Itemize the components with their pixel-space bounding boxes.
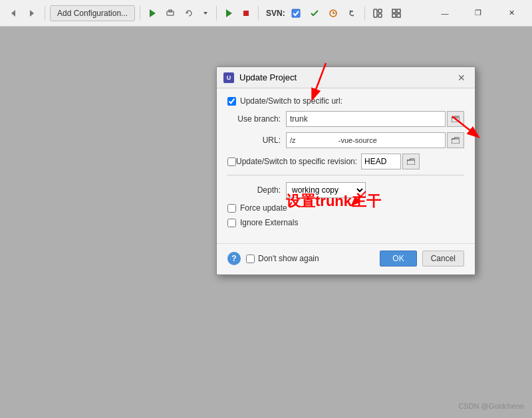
separator-1 [45,6,45,21]
svg-rect-18 [397,14,400,17]
revision-browse-button[interactable] [402,154,420,169]
separator-4 [258,6,259,21]
ignore-externals-checkbox[interactable] [227,219,236,227]
svn-checkmark-button[interactable] [307,6,323,21]
dont-show-checkbox[interactable] [246,255,255,263]
ignore-externals-label: Ignore Externals [240,218,298,227]
dialog-icon: U [223,72,234,83]
run-button[interactable] [145,6,160,21]
specific-url-row: Update/Switch to specific url: [227,96,464,106]
use-branch-label: Use branch: [227,114,281,124]
svg-rect-14 [378,14,382,17]
svg-rect-16 [397,9,400,13]
ignore-externals-row: Ignore Externals [227,218,464,227]
url-input[interactable] [286,132,446,148]
svg-rect-20 [452,139,460,144]
svg-rect-21 [407,160,415,165]
dont-show-area: Don't show again [246,254,380,263]
depth-row: Depth: working copy [227,182,464,198]
specific-revision-label: Update/Switch to specific revision: [236,157,357,166]
dialog-titlebar: U Update Project ✕ [217,67,475,88]
svg-rect-8 [243,11,249,16]
add-config-label: Add Configuration... [57,9,128,18]
branch-browse-button[interactable] [447,111,464,127]
dialog-footer: ? Don't show again OK Cancel [217,243,475,274]
back-button[interactable] [5,6,21,21]
close-button[interactable]: ✕ [496,3,527,23]
svg-marker-6 [203,12,207,15]
minimize-button[interactable]: — [430,3,460,23]
main-area: U Update Project ✕ Update/Switch to spec… [0,27,532,418]
update-project-dialog: U Update Project ✕ Update/Switch to spec… [216,66,475,275]
play-button[interactable] [221,6,236,21]
svg-rect-19 [452,118,460,122]
force-update-checkbox[interactable] [227,204,236,213]
dialog-close-button[interactable]: ✕ [455,72,468,83]
window-controls: — ❐ ✕ [430,3,527,23]
footer-buttons: OK Cancel [380,251,464,266]
url-browse-button[interactable] [447,132,464,148]
svg-marker-7 [226,9,232,17]
specific-url-label: Update/Switch to specific url: [240,96,342,106]
use-branch-row: Use branch: [227,111,464,127]
separator-2 [140,6,140,21]
dropdown-btn[interactable] [200,8,211,19]
svg-rect-15 [392,9,396,13]
forward-button[interactable] [24,6,40,21]
svg-marker-1 [30,10,34,17]
svg-marker-2 [150,9,156,17]
svg-rect-9 [292,9,300,17]
depth-select[interactable]: working copy [286,182,366,198]
specific-url-checkbox[interactable] [227,97,236,106]
svn-check-button[interactable] [288,6,304,21]
restore-button[interactable]: ❐ [463,3,493,23]
force-update-row: Force update [227,203,464,213]
svn-undo-button[interactable] [344,6,360,21]
dialog-body: Update/Switch to specific url: Use branc… [217,88,475,241]
depth-label: Depth: [227,185,281,195]
ok-button[interactable]: OK [380,251,416,266]
force-update-label: Force update [240,203,287,213]
sync-button[interactable] [181,6,197,21]
add-configuration-button[interactable]: Add Configuration... [50,5,135,21]
url-label: URL: [227,136,281,145]
separator-3 [216,6,217,21]
svn-clock-button[interactable] [325,6,341,21]
build-button[interactable] [162,6,178,21]
specific-revision-checkbox[interactable] [227,157,236,166]
url-row: URL: [227,132,464,148]
svg-rect-17 [392,14,396,17]
svg-marker-5 [186,11,189,14]
help-button[interactable]: ? [227,252,241,265]
svn-label: SVN: [266,9,285,18]
section-divider [227,175,464,175]
stop-button[interactable] [239,7,253,20]
specific-revision-row: Update/Switch to specific revision: [227,154,464,169]
dont-show-label: Don't show again [258,254,319,263]
svg-rect-12 [374,9,377,17]
grid-button[interactable] [388,6,404,21]
layout-button[interactable] [370,6,386,21]
cancel-button[interactable]: Cancel [422,251,464,266]
revision-input[interactable] [361,154,401,169]
dialog-title: Update Project [239,72,455,82]
use-branch-input[interactable] [286,111,446,127]
separator-5 [364,6,365,21]
main-toolbar: Add Configuration... SVN: [0,0,532,27]
svg-rect-13 [378,9,382,13]
watermark: CSDN @Goldchenn [458,402,524,410]
svg-marker-0 [11,10,15,17]
